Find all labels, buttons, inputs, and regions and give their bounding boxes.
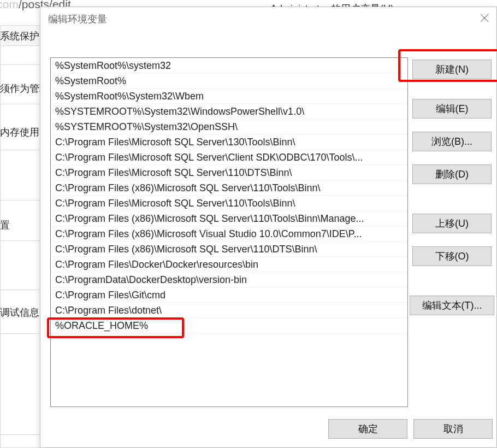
list-item[interactable]: C:\Program Files\Docker\Docker\resources…	[51, 257, 407, 272]
path-listbox[interactable]: %SystemRoot%\system32 %SystemRoot% %Syst…	[50, 57, 408, 407]
bg-divider	[0, 290, 44, 290]
bg-left-label: 调试信息	[0, 306, 39, 319]
bg-divider	[0, 64, 44, 65]
bg-left-panel	[0, 46, 44, 448]
dialog-title: 编辑环境变量	[48, 13, 107, 26]
list-item[interactable]: %SystemRoot%	[51, 73, 407, 89]
list-item[interactable]: C:\Program Files\Microsoft SQL Server\13…	[51, 134, 407, 150]
move-down-button[interactable]: 下移(O)	[412, 246, 492, 266]
bg-divider	[0, 200, 44, 201]
bg-divider	[0, 150, 44, 150]
cancel-button[interactable]: 取消	[413, 419, 493, 439]
bg-divider	[0, 333, 44, 334]
background: logs.com/posts/edit 系统保护 须作为管理 内存使用 置 调试…	[0, 0, 497, 448]
list-item[interactable]: C:\Program Files (x86)\Microsoft SQL Ser…	[51, 180, 407, 196]
browse-button[interactable]: 浏览(B)...	[412, 132, 492, 151]
list-item[interactable]: C:\Program Files (x86)\Microsoft Visual …	[51, 226, 407, 241]
edit-button[interactable]: 编辑(E)	[412, 99, 492, 119]
list-item[interactable]: C:\Program Files (x86)\Microsoft SQL Ser…	[51, 211, 407, 226]
list-item[interactable]: %SYSTEMROOT%\System32\OpenSSH\	[51, 119, 407, 134]
list-item[interactable]: C:\Program Files\Git\cmd	[51, 287, 407, 303]
list-item[interactable]: C:\Program Files\Microsoft SQL Server\Cl…	[51, 150, 407, 165]
close-button[interactable]	[477, 11, 492, 27]
titlebar: 编辑环境变量	[40, 7, 496, 29]
bg-divider	[0, 104, 44, 104]
list-item[interactable]: C:\Program Files (x86)\Microsoft SQL Ser…	[51, 241, 407, 257]
bg-divider	[0, 434, 44, 435]
list-item[interactable]: %SystemRoot%\system32	[51, 58, 407, 73]
list-item[interactable]: C:\ProgramData\DockerDesktop\version-bin	[51, 272, 407, 287]
bg-left-label: 置	[0, 219, 10, 232]
new-button[interactable]: 新建(N)	[412, 60, 492, 79]
list-item[interactable]: %SystemRoot%\System32\Wbem	[51, 89, 407, 104]
ok-button[interactable]: 确定	[328, 419, 407, 439]
delete-button[interactable]: 删除(D)	[412, 164, 492, 184]
list-item[interactable]: C:\Program Files\Microsoft SQL Server\11…	[51, 165, 407, 180]
list-item[interactable]: %ORACLE_HOME%	[51, 318, 407, 333]
list-item[interactable]: %SYSTEMROOT%\System32\WindowsPowerShell\…	[51, 104, 407, 119]
bg-tab-label: 系统保护	[0, 30, 39, 43]
edit-text-button[interactable]: 编辑文本(T)...	[410, 296, 494, 315]
edit-env-var-dialog: 编辑环境变量 %SystemRoot%\system32 %SystemRoot…	[40, 7, 497, 448]
list-item[interactable]: C:\Program Files\dotnet\	[51, 303, 407, 318]
bg-divider	[0, 240, 44, 241]
list-item[interactable]: C:\Program Files\Microsoft SQL Server\11…	[51, 196, 407, 211]
bg-left-label: 内存使用	[0, 126, 39, 139]
close-icon	[480, 13, 489, 25]
move-up-button[interactable]: 上移(U)	[412, 214, 492, 233]
